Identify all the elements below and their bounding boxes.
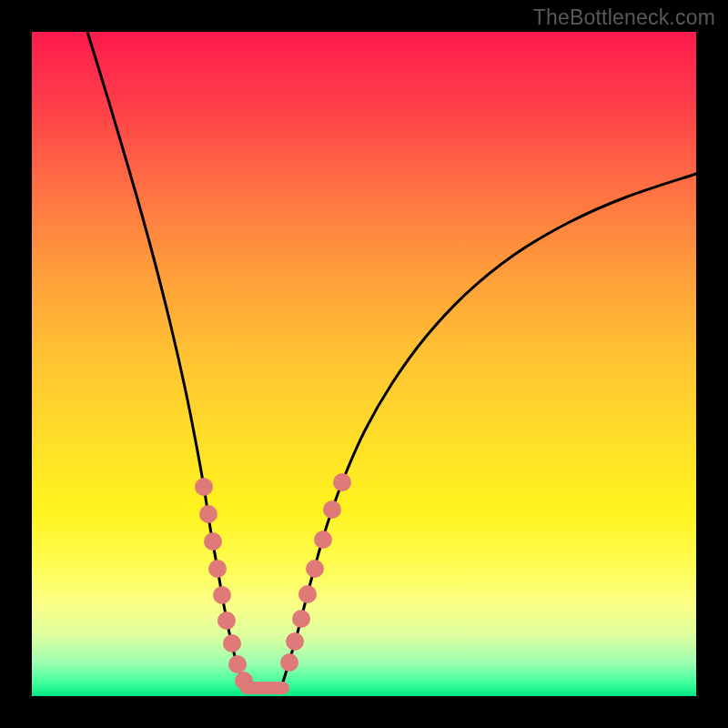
marker-dot — [314, 531, 332, 549]
marker-dot — [223, 634, 241, 652]
marker-dot — [204, 532, 222, 551]
marker-dot — [213, 586, 231, 604]
curves-svg — [32, 32, 696, 696]
marker-dot — [195, 478, 213, 496]
marker-dot — [199, 505, 217, 523]
marker-dot — [286, 632, 304, 651]
marker-dot — [217, 612, 236, 630]
marker-dot — [298, 585, 317, 603]
marker-dot — [235, 672, 253, 690]
marker-dot — [292, 610, 310, 628]
marker-dot — [333, 473, 351, 491]
marker-dot — [323, 500, 341, 519]
marker-dot — [306, 560, 324, 578]
marker-dot — [208, 560, 227, 578]
watermark-text: TheBottleneck.com — [533, 5, 715, 30]
marker-dot — [280, 653, 298, 672]
marker-dot — [228, 655, 247, 673]
plot-area — [32, 32, 696, 696]
dots-group — [195, 473, 351, 690]
curve-group — [87, 32, 696, 687]
chart-frame: TheBottleneck.com — [0, 0, 728, 728]
curve-right-branch — [281, 174, 696, 687]
